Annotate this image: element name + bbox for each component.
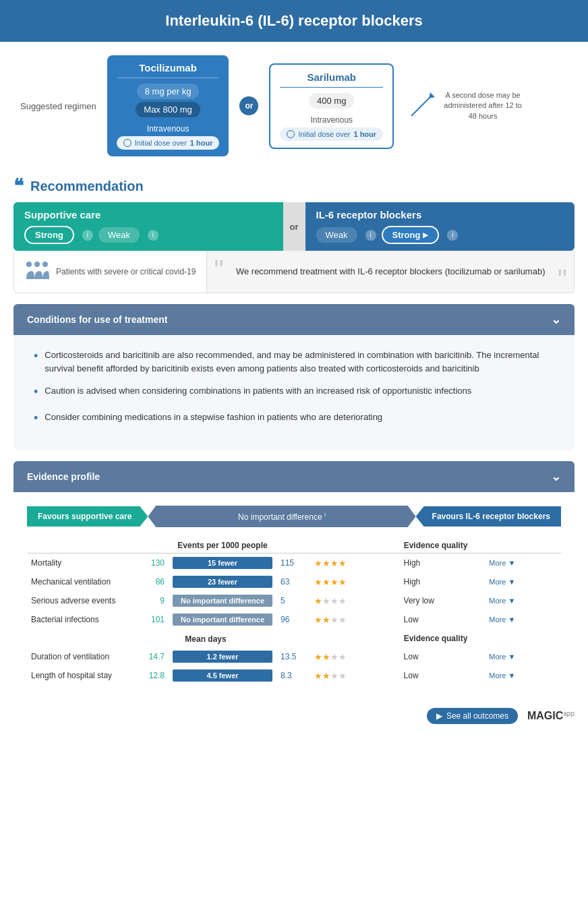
il6-weak-badge: Weak: [316, 227, 357, 243]
row-stars: ★★★★: [310, 666, 400, 685]
row-n1: 130: [135, 553, 169, 573]
supportive-weak-badge: Weak: [98, 227, 140, 243]
row-more[interactable]: More ▼: [485, 553, 561, 573]
col-outcome: [27, 538, 135, 553]
row-n1: 101: [135, 610, 169, 629]
rec-right-il6: IL-6 receptor blockers Weak i Strong i: [305, 202, 575, 251]
row-n2: 8.3: [276, 666, 310, 685]
row-bar: 4.5 fewer: [169, 666, 276, 685]
conditions-header[interactable]: Conditions for use of treatment ⌄: [13, 304, 575, 335]
row-quality: High: [400, 572, 486, 591]
row-more[interactable]: More ▼: [485, 610, 561, 629]
bar-cell: 23 fewer: [173, 576, 272, 588]
evidence-table: Events per 1000 people Evidence quality …: [27, 538, 561, 685]
row-more[interactable]: More ▼: [485, 572, 561, 591]
tocilizumab-box: Tocilizumab 8 mg per kg Max 800 mg Intra…: [107, 55, 229, 156]
col-n1: [135, 538, 169, 553]
row-bar: 23 fewer: [169, 572, 276, 591]
bar-cell: No important difference: [173, 613, 272, 626]
svg-point-3: [42, 262, 48, 267]
close-quote: ": [558, 266, 567, 293]
sarilumab-route: Intravenous: [280, 115, 383, 125]
row-more[interactable]: More ▼: [485, 647, 561, 666]
regimen-label: Suggested regimen: [20, 101, 96, 111]
bar-cell: 4.5 fewer: [173, 669, 272, 682]
row-n2: 115: [276, 553, 310, 573]
row-quality: High: [400, 553, 486, 573]
row-n1: 9: [135, 591, 169, 610]
il6-strong-badge: Strong: [382, 226, 440, 244]
conditions-bullet-2: • Caution is advised when considering co…: [34, 384, 554, 401]
row-label: Length of hospital stay: [27, 666, 135, 685]
table-row: Mortality 130 15 fewer 115 ★★★★ High Mor…: [27, 553, 561, 573]
row-more[interactable]: More ▼: [485, 666, 561, 685]
patient-recommendation-row: Patients with severe or critical covid-1…: [13, 251, 575, 293]
evidence-body: Favours supportive care No important dif…: [13, 492, 575, 698]
conditions-text-1: Corticosteroids and baricitinib are also…: [45, 349, 554, 375]
conditions-chevron: ⌄: [551, 312, 561, 327]
sarilumab-time-label: Initial dose over: [298, 130, 350, 138]
patient-icon: [25, 260, 49, 283]
row-stars: ★★★★: [310, 647, 400, 666]
row-bar: No important difference: [169, 610, 276, 629]
magic-logo: MAGICapp: [527, 710, 575, 722]
sarilumab-box: Sarilumab 400 mg Intravenous Initial dos…: [269, 63, 394, 149]
patient-info: Patients with severe or critical covid-1…: [14, 251, 207, 293]
info-icon-direction[interactable]: i: [324, 511, 326, 518]
conditions-bullet-3: • Consider combining medications in a st…: [34, 411, 554, 427]
tocilizumab-time-bold: 1 hour: [190, 139, 213, 147]
row-stars: ★★★★: [310, 610, 400, 629]
no-diff-center: No important difference i: [148, 506, 415, 527]
row-quality: Low: [400, 610, 486, 629]
evidence-section: Evidence profile ⌄ Favours supportive ca…: [13, 461, 575, 698]
sarilumab-time-bold: 1 hour: [353, 130, 376, 138]
row-n2: 5: [276, 591, 310, 610]
recommendation-heading: Recommendation: [30, 179, 144, 194]
row-quality: Low: [400, 666, 486, 685]
row-label: Bacterial infections: [27, 610, 135, 629]
mean-quality-header: Evidence quality: [310, 629, 561, 647]
row-n1: 14.7: [135, 647, 169, 666]
conditions-text-2: Caution is advised when considering comb…: [45, 384, 471, 401]
sarilumab-time: Initial dose over 1 hour: [280, 127, 383, 141]
row-bar: No important difference: [169, 591, 276, 610]
mean-days-header: Mean days: [135, 629, 276, 647]
bar-cell: 15 fewer: [173, 557, 272, 569]
page-title: Interleukin-6 (IL-6) receptor blockers: [165, 12, 422, 29]
see-all-button[interactable]: ▶ See all outcomes: [427, 708, 518, 724]
patient-text: Patients with severe or critical covid-1…: [56, 266, 196, 278]
direction-bar: Favours supportive care No important dif…: [27, 506, 561, 527]
tocilizumab-name: Tocilizumab: [117, 62, 220, 78]
il6-weak-info[interactable]: i: [365, 230, 376, 241]
tocilizumab-route: Intravenous: [117, 124, 220, 133]
tocilizumab-dose1: 8 mg per kg: [137, 84, 200, 99]
recommendation-quote-text: We recommend treatment with IL-6 recepto…: [220, 265, 560, 278]
evidence-title: Evidence profile: [27, 471, 100, 482]
sarilumab-dose: 400 mg: [309, 93, 354, 109]
row-n1: 12.8: [135, 666, 169, 685]
evidence-header[interactable]: Evidence profile ⌄: [13, 461, 575, 492]
row-more[interactable]: More ▼: [485, 591, 561, 610]
supportive-badges: Strong i Weak i: [24, 226, 272, 244]
regimen-section: Suggested regimen Tocilizumab 8 mg per k…: [0, 42, 588, 170]
row-n2: 96: [276, 610, 310, 629]
table-row: Length of hospital stay 12.8 4.5 fewer 8…: [27, 666, 561, 685]
il6-strong-info[interactable]: i: [447, 230, 458, 241]
row-n1: 86: [135, 572, 169, 591]
second-dose-note: A second dose may be administered after …: [442, 90, 523, 121]
conditions-title: Conditions for use of treatment: [27, 314, 167, 325]
magic-brand: MAGIC: [527, 710, 563, 721]
row-quality: Low: [400, 647, 486, 666]
supportive-weak-info[interactable]: i: [148, 230, 158, 241]
row-stars: ★★★★: [310, 591, 400, 610]
table-row: Mechanical ventilation 86 23 fewer 63 ★★…: [27, 572, 561, 591]
bar-cell: 1.2 fewer: [173, 651, 272, 663]
svg-marker-0: [429, 92, 435, 98]
mean-days-header-row: Mean days Evidence quality: [27, 629, 561, 647]
supportive-strong-info[interactable]: i: [82, 230, 93, 241]
row-bar: 15 fewer: [169, 553, 276, 573]
row-label: Mechanical ventilation: [27, 572, 135, 591]
row-quality: Very low: [400, 591, 486, 610]
recommendation-quote-box: " We recommend treatment with IL-6 recep…: [207, 251, 574, 293]
no-diff-text: No important difference: [238, 512, 322, 522]
